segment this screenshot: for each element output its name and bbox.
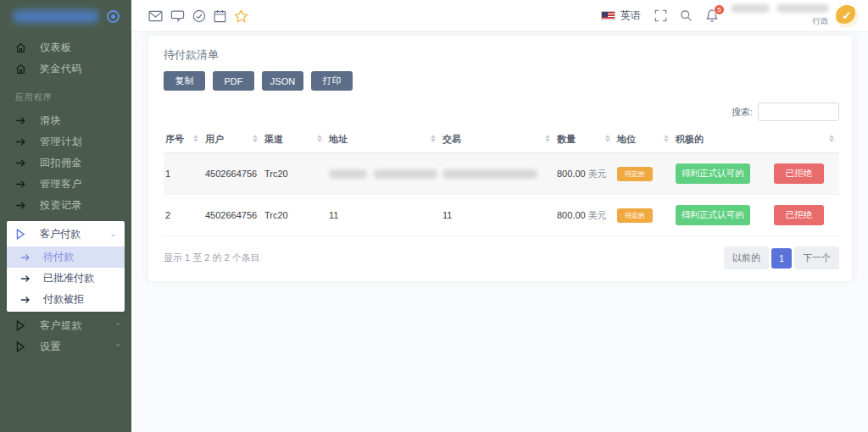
json-button[interactable]: JSON — [262, 71, 303, 91]
cell-channel: Trc20 — [263, 195, 327, 236]
cell-transaction: 11 — [441, 195, 555, 236]
sidebar-section-label: 应用程序 — [15, 91, 131, 103]
sort-icon — [664, 135, 669, 142]
page-1-button[interactable]: 1 — [771, 248, 792, 269]
language-selector[interactable]: 英语 — [620, 8, 641, 23]
sidebar: 仪表板 奖金代码 应用程序 滑块 管理计划 — [0, 0, 131, 432]
cell-actions: 得到正式认可的已拒绝 — [674, 153, 839, 195]
chevron-up-icon: ⌃ — [114, 343, 121, 352]
table-header-row: 序号 用户 渠道 地址 交易 数量 地位 积极的 — [164, 128, 839, 153]
app-root: 仪表板 奖金代码 应用程序 滑块 管理计划 — [0, 0, 868, 432]
arrow-right-icon — [15, 158, 28, 168]
sidebar-group-customer-payments: 客户付款 ⌄ 待付款 已批准付款 — [7, 221, 125, 312]
next-page-button[interactable]: 下一个 — [794, 246, 839, 269]
sidebar-subitem-pending-payments[interactable]: 待付款 — [7, 246, 125, 268]
table-row: 2 4502664756 Trc20 11 11 800.00 美元 待定的 得… — [164, 195, 839, 236]
sort-icon — [829, 135, 834, 142]
home-icon — [15, 42, 28, 53]
username-redacted — [731, 4, 829, 13]
home-icon — [15, 64, 28, 75]
sidebar-item-dashboard[interactable]: 仪表板 — [0, 37, 131, 58]
arrow-right-icon — [20, 296, 32, 304]
sidebar-item-bonus-code[interactable]: 奖金代码 — [0, 58, 131, 80]
user-info[interactable]: 行政 — [731, 4, 829, 27]
content-area: 待付款清单 复制 PDF JSON 打印 搜索: — [131, 32, 868, 432]
arrow-right-icon — [15, 201, 28, 210]
col-header-status[interactable]: 地位 — [615, 128, 674, 153]
table-row: 1 4502664756 Trc20 800.00 美元 待定的 得到正式认可的… — [164, 153, 839, 195]
app-logo-redacted — [14, 10, 98, 23]
page-title: 待付款清单 — [164, 47, 839, 63]
arrow-right-icon — [15, 137, 28, 147]
pagination: 以前的 1 下一个 — [724, 246, 839, 269]
col-header-no[interactable]: 序号 — [164, 128, 203, 153]
sidebar-item-manage-customers[interactable]: 管理客户 — [0, 174, 131, 195]
sidebar-item-slider[interactable]: 滑块 — [0, 110, 131, 131]
sidebar-item-investment-records[interactable]: 投资记录 — [0, 195, 131, 216]
cell-user: 4502664756 — [203, 153, 263, 195]
arrow-right-icon — [20, 274, 32, 283]
status-badge: 待定的 — [617, 167, 653, 181]
cell-actions: 得到正式认可的已拒绝 — [674, 195, 839, 236]
col-header-channel[interactable]: 渠道 — [263, 128, 327, 153]
cell-status: 待定的 — [615, 153, 674, 195]
search-label: 搜索: — [732, 106, 753, 119]
mail-icon[interactable] — [148, 10, 163, 22]
cell-user: 4502664756 — [203, 195, 263, 236]
arrow-right-icon — [15, 116, 28, 125]
sidebar-logo-row — [0, 0, 131, 32]
sort-icon — [193, 135, 198, 142]
notifications-button[interactable]: 5 — [705, 8, 719, 23]
sidebar-pin-icon[interactable] — [107, 10, 120, 23]
pdf-button[interactable]: PDF — [213, 71, 254, 91]
sidebar-item-label: 奖金代码 — [40, 62, 121, 76]
fullscreen-icon[interactable] — [654, 9, 667, 22]
topbar: 英语 5 行政 ✓ — [131, 0, 868, 32]
cell-amount: 800.00 美元 — [555, 195, 615, 236]
chevron-up-icon: ⌃ — [114, 322, 121, 330]
chat-icon[interactable] — [170, 9, 185, 22]
reject-button[interactable]: 已拒绝 — [774, 205, 825, 225]
star-icon[interactable] — [234, 9, 248, 23]
cell-channel: Trc20 — [263, 153, 327, 195]
play-icon — [15, 320, 28, 331]
check-circle-icon[interactable] — [192, 9, 206, 23]
col-header-address[interactable]: 地址 — [327, 128, 441, 153]
play-icon — [15, 341, 28, 352]
cell-address-redacted — [327, 153, 441, 195]
avatar[interactable]: ✓ — [836, 5, 858, 27]
sidebar-item-label: 仪表板 — [40, 41, 121, 55]
entries-info: 显示 1 至 2 的 2 个条目 — [164, 252, 260, 264]
sidebar-group-header-customer-payments[interactable]: 客户付款 ⌄ — [7, 221, 125, 246]
search-icon[interactable] — [680, 9, 693, 22]
cell-no: 1 — [164, 153, 203, 195]
col-header-amount[interactable]: 数量 — [555, 128, 615, 153]
main-area: 英语 5 行政 ✓ 待付款清单 — [131, 0, 868, 432]
approve-button[interactable]: 得到正式认可的 — [676, 163, 750, 184]
search-input[interactable] — [758, 102, 839, 121]
cell-amount: 800.00 美元 — [555, 153, 615, 195]
reject-button[interactable]: 已拒绝 — [774, 163, 825, 184]
export-buttons: 复制 PDF JSON 打印 — [164, 71, 839, 91]
previous-page-button[interactable]: 以前的 — [724, 246, 769, 269]
calendar-icon[interactable] — [214, 9, 226, 23]
print-button[interactable]: 打印 — [311, 71, 353, 91]
sidebar-subitem-approved-payments[interactable]: 已批准付款 — [7, 268, 125, 289]
play-icon — [15, 229, 28, 240]
sidebar-group-settings[interactable]: 设置 ⌃ — [0, 336, 131, 357]
col-header-actions[interactable]: 积极的 — [674, 128, 839, 153]
sidebar-group-customer-withdrawals[interactable]: 客户提款 ⌃ — [0, 315, 131, 336]
sort-icon — [431, 135, 436, 142]
sidebar-item-rebate-commission[interactable]: 回扣佣金 — [0, 152, 131, 174]
us-flag-icon[interactable] — [601, 11, 615, 20]
sort-icon — [545, 135, 550, 142]
sidebar-subitem-rejected-payments[interactable]: 付款被拒 — [7, 289, 125, 310]
sort-icon — [317, 135, 322, 142]
payments-table: 序号 用户 渠道 地址 交易 数量 地位 积极的 1 — [164, 128, 839, 236]
arrow-right-icon — [20, 253, 32, 262]
sidebar-item-manage-plan[interactable]: 管理计划 — [0, 131, 131, 152]
copy-button[interactable]: 复制 — [164, 71, 205, 91]
col-header-user[interactable]: 用户 — [203, 128, 263, 153]
approve-button[interactable]: 得到正式认可的 — [676, 205, 750, 225]
col-header-transaction[interactable]: 交易 — [441, 128, 555, 153]
